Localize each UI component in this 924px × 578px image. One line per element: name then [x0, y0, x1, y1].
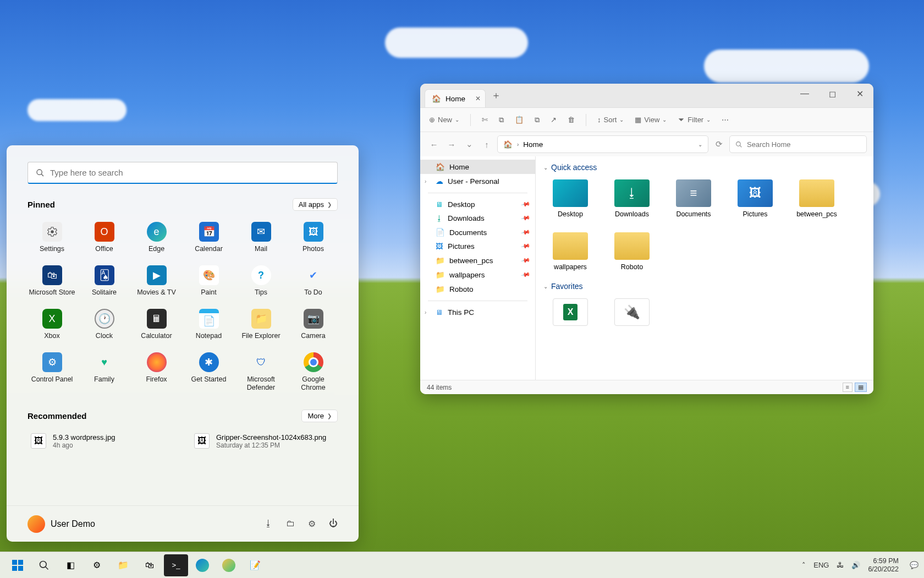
nav-folder-roboto[interactable]: 📁Roboto — [420, 282, 535, 296]
favorites-header[interactable]: ⌄Favorites — [543, 282, 866, 291]
taskbar-search-button[interactable] — [32, 554, 56, 576]
pin-icon[interactable]: 📌 — [521, 255, 531, 266]
app-photos[interactable]: 🖼Photos — [289, 219, 338, 257]
nav-desktop[interactable]: 🖥Desktop📌 — [420, 198, 535, 211]
documents-icon[interactable]: 🗀 — [286, 519, 295, 529]
favorite-file-excel[interactable]: X — [543, 295, 597, 329]
all-apps-button[interactable]: All apps ❯ — [293, 198, 338, 211]
taskbar-notepad[interactable]: 📝 — [243, 554, 267, 576]
app-office[interactable]: OOffice — [80, 219, 129, 257]
pin-icon[interactable]: 📌 — [521, 227, 531, 238]
tray-chevron-up-icon[interactable]: ˄ — [802, 561, 806, 569]
app-defender[interactable]: 🛡Microsoft Defender — [237, 349, 285, 395]
explorer-search-box[interactable] — [729, 135, 867, 153]
nav-home[interactable]: 🏠Home — [420, 160, 535, 174]
taskbar-edge-canary[interactable] — [217, 554, 241, 576]
app-tips[interactable]: ?Tips — [237, 262, 285, 300]
rename-icon[interactable]: ⧉ — [535, 116, 540, 124]
tray-language[interactable]: ENG — [813, 561, 829, 569]
start-search-box[interactable] — [28, 162, 338, 184]
share-icon[interactable]: ↗ — [551, 116, 557, 124]
tray-clock[interactable]: 6:59 PM 6/20/2022 — [868, 557, 899, 573]
pin-icon[interactable]: 📌 — [521, 213, 531, 223]
nav-pictures[interactable]: 🖼Pictures📌 — [420, 239, 535, 253]
power-icon[interactable]: ⏻ — [329, 519, 338, 529]
app-camera[interactable]: 📷Camera — [289, 306, 338, 343]
view-button[interactable]: ▦View ⌄ — [635, 116, 667, 124]
app-movies-tv[interactable]: ▶Movies & TV — [132, 262, 181, 300]
forward-button[interactable]: → — [444, 140, 459, 149]
task-view-button[interactable]: ◧ — [58, 554, 82, 576]
address-bar[interactable]: 🏠› Home ⌄ — [497, 135, 708, 153]
pin-icon[interactable]: 📌 — [521, 199, 531, 210]
nav-onedrive[interactable]: ›☁User - Personal — [420, 174, 535, 188]
downloads-icon[interactable]: ⭳ — [264, 519, 273, 529]
taskbar-terminal[interactable]: >_ — [164, 554, 188, 576]
app-edge[interactable]: eEdge — [132, 219, 181, 257]
minimize-button[interactable]: — — [791, 84, 818, 103]
tray-volume-icon[interactable]: 🔊 — [851, 561, 860, 569]
cut-icon[interactable]: ✄ — [482, 116, 488, 124]
app-notepad[interactable]: 📄Notepad — [184, 306, 233, 343]
refresh-button[interactable]: ⟳ — [712, 139, 726, 149]
favorite-file-usb[interactable]: 🔌 — [605, 295, 659, 329]
app-firefox[interactable]: Firefox — [132, 349, 181, 395]
copy-icon[interactable]: ⧉ — [499, 116, 504, 124]
app-calendar[interactable]: 📅Calendar — [184, 219, 233, 257]
folder-documents[interactable]: ≡Documents — [667, 176, 721, 221]
app-ms-store[interactable]: 🛍Microsoft Store — [28, 262, 76, 300]
folder-between[interactable]: between_pcs — [790, 176, 844, 221]
folder-wallpapers[interactable]: wallpapers — [543, 229, 597, 274]
recommended-item[interactable]: 🖼 Gripper-Screenshot-1024x683.pngSaturda… — [191, 430, 338, 452]
nav-folder-between[interactable]: 📁between_pcs📌 — [420, 253, 535, 268]
recent-dropdown-button[interactable]: ⌄ — [462, 139, 476, 149]
tray-network-icon[interactable]: 🖧 — [837, 561, 844, 569]
chevron-down-icon[interactable]: ⌄ — [698, 141, 702, 148]
quick-access-header[interactable]: ⌄Quick access — [543, 163, 866, 172]
tab-close-icon[interactable]: ✕ — [475, 95, 481, 102]
explorer-tab[interactable]: 🏠 Home ✕ — [425, 89, 486, 107]
tray-notifications-icon[interactable]: 💬 — [910, 561, 919, 569]
nav-documents[interactable]: 📄Documents📌 — [420, 225, 535, 239]
app-control-panel[interactable]: ⚙Control Panel — [28, 349, 76, 395]
folder-roboto[interactable]: Roboto — [605, 229, 659, 274]
recommended-item[interactable]: 🖼 5.9.3 wordpress.jpg4h ago — [28, 430, 174, 452]
folder-downloads[interactable]: ⭳Downloads — [605, 176, 659, 221]
pin-icon[interactable]: 📌 — [521, 270, 531, 280]
app-settings[interactable]: Settings — [28, 219, 76, 257]
user-account-button[interactable]: User Demo — [28, 515, 95, 533]
app-get-started[interactable]: ✱Get Started — [184, 349, 233, 395]
icons-view-button[interactable]: ▦ — [855, 383, 867, 392]
filter-button[interactable]: ⏷Filter ⌄ — [678, 116, 711, 124]
sort-button[interactable]: ↕Sort ⌄ — [597, 116, 624, 124]
start-button[interactable] — [6, 554, 30, 576]
app-todo[interactable]: ✔To Do — [289, 262, 338, 300]
chevron-right-icon[interactable]: › — [425, 178, 426, 184]
nav-this-pc[interactable]: ›🖥This PC — [420, 306, 535, 319]
maximize-button[interactable]: ◻ — [818, 84, 846, 103]
app-clock[interactable]: 🕐Clock — [80, 306, 129, 343]
taskbar-file-explorer[interactable]: 📁 — [111, 554, 135, 576]
details-view-button[interactable]: ≡ — [843, 383, 853, 392]
explorer-titlebar[interactable]: 🏠 Home ✕ ＋ — ◻ ✕ — [420, 84, 873, 108]
app-chrome[interactable]: Google Chrome — [289, 349, 338, 395]
up-button[interactable]: ↑ — [480, 140, 494, 149]
app-family[interactable]: ♥Family — [80, 349, 129, 395]
taskbar-settings[interactable]: ⚙ — [85, 554, 109, 576]
back-button[interactable]: ← — [427, 140, 441, 149]
folder-pictures[interactable]: 🖼Pictures — [728, 176, 782, 221]
app-paint[interactable]: 🎨Paint — [184, 262, 233, 300]
delete-icon[interactable]: 🗑 — [568, 116, 575, 124]
close-window-button[interactable]: ✕ — [846, 84, 873, 103]
settings-icon[interactable]: ⚙ — [308, 519, 316, 529]
paste-icon[interactable]: 📋 — [515, 116, 524, 124]
folder-desktop[interactable]: Desktop — [543, 176, 597, 221]
explorer-search-input[interactable] — [747, 140, 861, 149]
taskbar-edge[interactable] — [190, 554, 215, 576]
more-button[interactable]: More ❯ — [301, 410, 338, 422]
app-file-explorer[interactable]: 📁File Explorer — [237, 306, 285, 343]
taskbar-store[interactable]: 🛍 — [138, 554, 162, 576]
new-button[interactable]: ⊕New ⌄ — [429, 116, 459, 124]
nav-downloads[interactable]: ⭳Downloads📌 — [420, 211, 535, 225]
app-mail[interactable]: ✉Mail — [237, 219, 285, 257]
